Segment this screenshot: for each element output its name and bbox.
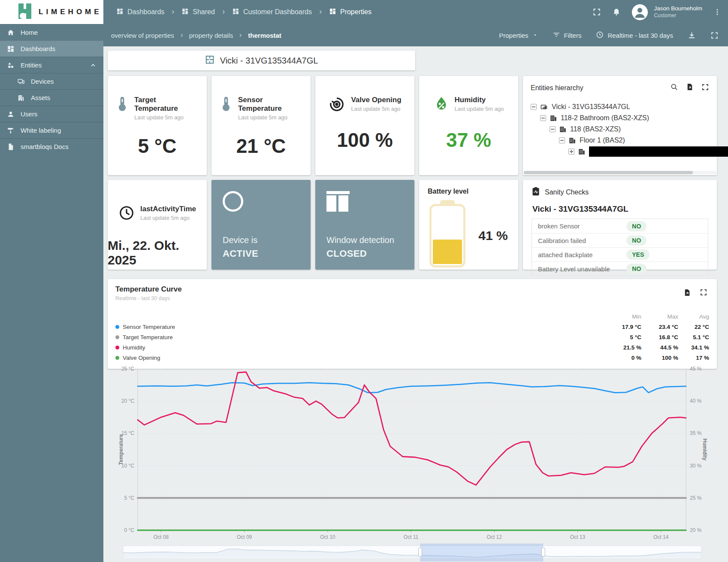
filter-icon bbox=[553, 31, 560, 40]
legend-item-valve-opening[interactable]: Valve Opening bbox=[115, 355, 604, 361]
svg-text:Humidity: Humidity bbox=[702, 438, 708, 461]
user-info[interactable]: Jason Bourneholm Customer bbox=[654, 5, 702, 19]
breadcrumb-item-dashboards[interactable]: Dashboards bbox=[116, 8, 164, 17]
battery-title: Battery level bbox=[428, 188, 510, 195]
building-icon bbox=[17, 94, 25, 102]
thermometer-icon bbox=[116, 96, 129, 115]
legend-item-sensor-temperature[interactable]: Sensor Temperature bbox=[115, 324, 604, 330]
download-icon[interactable] bbox=[688, 31, 696, 39]
sensor-temperature-value: 21 °C bbox=[236, 134, 286, 158]
valve-icon bbox=[328, 96, 345, 115]
time-range-selector[interactable]: Realtime - last 30 days bbox=[596, 31, 673, 40]
scrollbar-thumb[interactable] bbox=[524, 171, 693, 174]
user-role: Customer bbox=[654, 12, 702, 19]
sidebar-item-smartbloqs-docs[interactable]: smartbloqs Docs bbox=[0, 138, 103, 155]
sidebar-item-white-labeling[interactable]: White labeling bbox=[0, 122, 103, 138]
horizontal-scrollbar[interactable] bbox=[524, 171, 716, 174]
status-badge: YES bbox=[626, 249, 649, 260]
breadcrumb-thermostat[interactable]: thermostat bbox=[248, 32, 281, 39]
export-report-icon[interactable] bbox=[686, 83, 694, 93]
chevron-right-icon bbox=[221, 9, 226, 15]
search-icon[interactable] bbox=[670, 83, 678, 93]
last-activity-card: lastActivityTime Last update 5m ago Mi.,… bbox=[108, 180, 207, 270]
sidebar-item-devices[interactable]: Devices bbox=[0, 73, 103, 89]
battery-value: 41 % bbox=[478, 228, 507, 243]
sidebar-item-users[interactable]: Users bbox=[0, 106, 103, 122]
tree-item-apartment[interactable]: 118 (BAS2-XZS) bbox=[550, 124, 709, 135]
temperature-curve-plot[interactable]: 0 °C20 %5 °C25 %10 °C30 %15 °C35 %20 °C4… bbox=[115, 365, 709, 541]
sidebar-item-dashboards[interactable]: Dashboards bbox=[0, 40, 103, 57]
top-bar: LIMEHOME Dashboards Shared Customer Dash… bbox=[0, 0, 728, 24]
svg-text:Oct 08: Oct 08 bbox=[154, 534, 169, 540]
notifications-bell-icon[interactable] bbox=[612, 8, 621, 16]
sidebar-item-entities[interactable]: Entities bbox=[0, 57, 103, 73]
clipboard-pulse-icon bbox=[532, 187, 540, 198]
table-row: Calibration failed NO bbox=[532, 233, 708, 247]
metric-title: Sensor Temperature bbox=[238, 96, 302, 113]
svg-text:35 %: 35 % bbox=[690, 430, 702, 436]
svg-text:25 °C: 25 °C bbox=[121, 366, 134, 372]
svg-text:Oct 14: Oct 14 bbox=[653, 534, 669, 540]
stats-header-min: Min bbox=[604, 313, 641, 320]
page-breadcrumb: overview of properties property details … bbox=[111, 32, 281, 39]
tree-item-room[interactable]: 118-2 Bathroom (BAS2-XZS) bbox=[540, 112, 709, 124]
tree-item-redacted[interactable] bbox=[568, 146, 709, 157]
building-icon bbox=[568, 137, 576, 144]
breadcrumb-item-properties[interactable]: Properties bbox=[329, 8, 372, 17]
metric-subtitle: Last update 5m ago bbox=[140, 215, 196, 221]
more-menu-icon[interactable] bbox=[713, 8, 721, 16]
chart-range-navigator[interactable] bbox=[115, 543, 709, 562]
tree-item-floor[interactable]: Floor 1 (BAS2) bbox=[559, 135, 709, 146]
export-report-icon[interactable] bbox=[683, 289, 691, 298]
status-badge: NO bbox=[626, 235, 646, 246]
clock-icon bbox=[118, 205, 135, 223]
sidebar: Home Dashboards Entities Devices Assets … bbox=[0, 24, 103, 562]
chevron-right-icon bbox=[318, 9, 323, 15]
legend-item-humidity[interactable]: Humidity bbox=[115, 344, 604, 351]
avatar[interactable] bbox=[632, 4, 648, 20]
series-humidity bbox=[138, 372, 686, 485]
window-detection-card: Window detection CLOSED bbox=[315, 180, 414, 270]
entities-shapes-icon bbox=[7, 61, 15, 69]
filters-button[interactable]: Filters bbox=[553, 31, 582, 40]
humidity-value: 37 % bbox=[446, 128, 491, 152]
fullscreen-icon[interactable] bbox=[592, 8, 601, 16]
sanity-title: Sanity Checks bbox=[545, 188, 589, 196]
fullscreen-icon[interactable] bbox=[701, 83, 709, 93]
user-icon bbox=[7, 110, 15, 118]
tree-item-device[interactable]: Vicki - 31VG135344A7GL bbox=[531, 101, 709, 112]
collapse-toggle-icon[interactable] bbox=[559, 137, 565, 143]
navigator-selection bbox=[420, 544, 543, 562]
collapse-toggle-icon[interactable] bbox=[531, 104, 537, 110]
svg-text:Oct 13: Oct 13 bbox=[570, 534, 586, 540]
svg-text:30 %: 30 % bbox=[690, 463, 702, 469]
breadcrumb-item-shared[interactable]: Shared bbox=[181, 8, 215, 17]
legend-item-target-temperature[interactable]: Target Temperature bbox=[115, 334, 604, 340]
stats-header-avg: Avg bbox=[678, 313, 709, 320]
properties-dropdown[interactable]: Properties bbox=[499, 32, 538, 39]
breadcrumb-item-customer-dashboards[interactable]: Customer Dashboards bbox=[232, 8, 312, 17]
stats-header-max: Max bbox=[641, 313, 678, 320]
svg-text:Oct 12: Oct 12 bbox=[487, 534, 502, 540]
home-icon bbox=[7, 29, 15, 36]
window-detection-value: CLOSED bbox=[326, 248, 403, 259]
device-title: Vicki - 31VG135344A7GL bbox=[220, 56, 318, 66]
expand-toggle-icon[interactable] bbox=[568, 149, 574, 155]
user-name: Jason Bourneholm bbox=[654, 5, 702, 12]
metric-subtitle: Last update 5m ago bbox=[238, 114, 302, 121]
metric-title: Valve Opening bbox=[351, 96, 401, 104]
sidebar-item-assets[interactable]: Assets bbox=[0, 89, 103, 106]
table-row: Battery Level unavailable NO bbox=[532, 261, 708, 276]
collapse-toggle-icon[interactable] bbox=[540, 115, 546, 121]
breadcrumb-property-details[interactable]: property details bbox=[189, 32, 233, 39]
svg-text:Oct 09: Oct 09 bbox=[237, 534, 252, 540]
sidebar-item-home[interactable]: Home bbox=[0, 24, 103, 40]
fullscreen-icon[interactable] bbox=[700, 289, 707, 298]
document-icon bbox=[7, 143, 15, 151]
entities-tree: Vicki - 31VG135344A7GL 118-2 Bathroom (B… bbox=[531, 101, 709, 157]
svg-text:Temperature: Temperature bbox=[118, 434, 124, 465]
breadcrumb: Dashboards Shared Customer Dashboards Pr… bbox=[103, 0, 372, 24]
fullscreen-icon[interactable] bbox=[710, 31, 719, 39]
breadcrumb-overview-of-properties[interactable]: overview of properties bbox=[111, 32, 174, 39]
collapse-toggle-icon[interactable] bbox=[550, 126, 556, 132]
